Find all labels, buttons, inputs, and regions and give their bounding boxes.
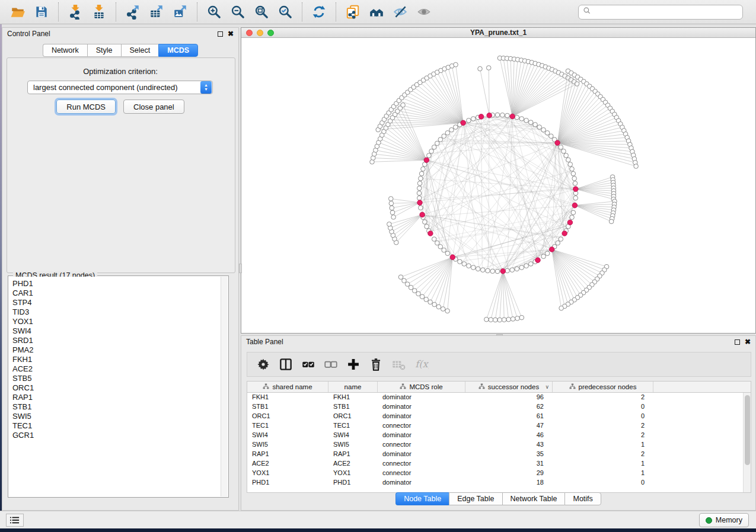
network-node[interactable]: [515, 115, 519, 120]
mcds-result-item[interactable]: PMA2: [12, 345, 221, 355]
network-node[interactable]: [388, 197, 393, 201]
tab-edge-table[interactable]: Edge Table: [449, 492, 502, 505]
search-input[interactable]: [594, 8, 738, 16]
network-node[interactable]: [419, 176, 423, 181]
zoom-selected-icon[interactable]: [275, 2, 295, 21]
network-node[interactable]: [505, 268, 510, 273]
mcds-result-item[interactable]: TEC1: [12, 421, 221, 431]
network-node[interactable]: [562, 149, 566, 153]
network-node[interactable]: [467, 118, 471, 123]
network-node[interactable]: [480, 268, 485, 273]
table-row[interactable]: STB1STB1dominator620: [247, 402, 751, 412]
tab-network[interactable]: Network: [43, 44, 87, 57]
zoom-in-icon[interactable]: [204, 2, 224, 21]
network-node[interactable]: [389, 201, 394, 206]
mcds-result-item[interactable]: YOX1: [12, 317, 221, 326]
mcds-result-item[interactable]: CAR1: [12, 289, 221, 298]
network-canvas[interactable]: [241, 38, 755, 333]
mcds-node[interactable]: [573, 187, 579, 192]
mcds-result-item[interactable]: FKH1: [12, 355, 221, 364]
network-node[interactable]: [634, 164, 639, 169]
network-node[interactable]: [571, 171, 576, 176]
memory-button[interactable]: Memory: [699, 513, 749, 527]
network-node[interactable]: [489, 318, 493, 322]
network-node[interactable]: [435, 141, 439, 146]
network-node[interactable]: [476, 267, 480, 271]
mcds-result-item[interactable]: STP4: [12, 298, 221, 307]
network-node[interactable]: [524, 264, 529, 268]
column-header-predecessor-nodes[interactable]: predecessor nodes: [553, 382, 653, 392]
import-network-icon[interactable]: [65, 2, 85, 21]
run-mcds-button[interactable]: Run MCDS: [56, 100, 116, 114]
network-node[interactable]: [495, 113, 500, 117]
network-graph[interactable]: [241, 38, 755, 333]
network-node[interactable]: [409, 285, 413, 290]
float-table-panel-icon[interactable]: [735, 339, 740, 345]
mcds-result-item[interactable]: TID3: [12, 307, 221, 317]
network-node[interactable]: [390, 206, 394, 210]
network-node[interactable]: [559, 237, 563, 242]
mcds-node[interactable]: [417, 200, 423, 206]
network-node[interactable]: [556, 241, 560, 245]
toggle-panel-icon[interactable]: [276, 355, 296, 374]
network-node[interactable]: [570, 166, 575, 171]
network-node[interactable]: [515, 267, 519, 271]
table-row[interactable]: SWI4SWI4dominator462: [247, 431, 751, 440]
column-header-successor-nodes[interactable]: successor nodes∨: [465, 382, 553, 392]
network-node[interactable]: [471, 117, 476, 121]
network-node[interactable]: [493, 318, 497, 322]
network-node[interactable]: [519, 315, 524, 320]
mcds-result-item[interactable]: SRD1: [12, 336, 221, 345]
network-node[interactable]: [453, 125, 458, 130]
mcds-node[interactable]: [567, 220, 573, 225]
network-node[interactable]: [486, 268, 490, 273]
network-node[interactable]: [454, 62, 458, 67]
table-row[interactable]: FKH1FKH1dominator962: [247, 393, 751, 402]
network-node[interactable]: [416, 291, 421, 296]
table-row[interactable]: ACE2ACE2connector311: [247, 459, 751, 469]
mcds-node[interactable]: [461, 120, 466, 126]
duplicate-network-icon[interactable]: [343, 2, 363, 21]
network-node[interactable]: [442, 134, 446, 139]
save-session-icon[interactable]: [31, 2, 52, 21]
network-node[interactable]: [609, 219, 614, 224]
network-node[interactable]: [572, 176, 577, 181]
refresh-view-icon[interactable]: [309, 2, 329, 21]
mcds-result-item[interactable]: PHD1: [12, 279, 221, 289]
tab-select[interactable]: Select: [121, 44, 159, 57]
table-row[interactable]: TEC1TEC1connector472: [247, 421, 751, 431]
mcds-result-item[interactable]: RAP1: [12, 393, 221, 402]
mcds-result-item[interactable]: STB5: [12, 374, 221, 383]
table-row[interactable]: ORC1ORC1dominator610: [247, 412, 751, 421]
column-header-shared-name[interactable]: shared name: [247, 382, 328, 392]
network-node[interactable]: [432, 145, 436, 150]
network-node[interactable]: [571, 210, 576, 215]
network-node[interactable]: [428, 300, 433, 305]
network-node[interactable]: [458, 259, 462, 264]
network-node[interactable]: [528, 262, 533, 267]
export-table-icon[interactable]: [146, 2, 167, 21]
network-node[interactable]: [417, 196, 422, 200]
network-node[interactable]: [510, 268, 515, 273]
mcds-node[interactable]: [420, 212, 425, 217]
table-scrollbar[interactable]: [743, 393, 751, 492]
network-node[interactable]: [486, 66, 491, 70]
mcds-node[interactable]: [562, 231, 567, 236]
network-node[interactable]: [545, 251, 550, 256]
network-node[interactable]: [519, 265, 524, 270]
zoom-out-icon[interactable]: [228, 2, 248, 21]
table-settings-icon[interactable]: [253, 355, 273, 374]
export-network-icon[interactable]: [123, 2, 143, 21]
network-node[interactable]: [435, 241, 439, 245]
network-node[interactable]: [545, 130, 550, 135]
network-node[interactable]: [568, 162, 573, 167]
mcds-result-item[interactable]: SWI4: [12, 326, 221, 336]
column-header-MCDS-role[interactable]: MCDS role: [378, 382, 465, 392]
network-node[interactable]: [420, 294, 425, 299]
network-node[interactable]: [570, 215, 575, 220]
first-neighbors-icon[interactable]: [366, 2, 387, 21]
network-node[interactable]: [417, 181, 422, 186]
network-node[interactable]: [432, 302, 437, 307]
network-node[interactable]: [573, 196, 578, 200]
hide-selected-icon[interactable]: [390, 2, 410, 21]
